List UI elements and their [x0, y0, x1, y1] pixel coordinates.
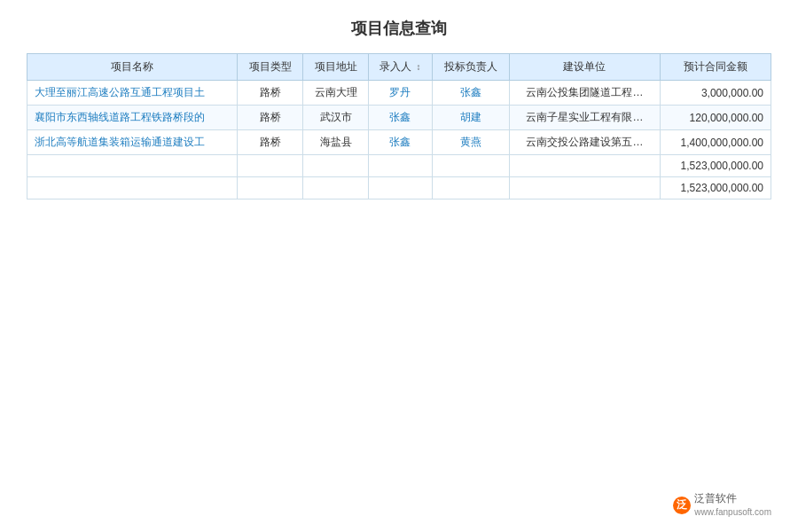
cell-bidder[interactable]: 胡建: [432, 106, 509, 130]
sort-icon: ↕: [417, 62, 421, 72]
cell-project-address: 海盐县: [303, 130, 369, 155]
table-row: 浙北高等航道集装箱运输通道建设工路桥海盐县张鑫黄燕云南交投公路建设第五…1,40…: [27, 130, 771, 155]
col-header-address: 项目地址: [303, 54, 369, 81]
brand-name: 泛普软件: [694, 492, 771, 506]
page-container: 项目信息查询 项目名称 项目类型 项目地址 录入人 ↕ 投标负责人: [0, 0, 798, 532]
col-header-type: 项目类型: [238, 54, 303, 81]
brand-url: www.fanpusoft.com: [694, 506, 771, 518]
cell-recorder[interactable]: 罗丹: [368, 81, 432, 106]
cell-bidder[interactable]: 张鑫: [432, 81, 509, 106]
col-header-name: 项目名称: [27, 54, 238, 81]
subtotal-row: 1,523,000,000.00: [27, 155, 771, 177]
brand-logo-icon: 泛: [673, 497, 691, 514]
cell-unit: 云南交投公路建设第五…: [510, 130, 660, 155]
cell-project-name[interactable]: 大理至丽江高速公路互通工程项目土: [27, 81, 238, 106]
subtotal-empty-cell: [432, 155, 509, 177]
cell-project-type: 路桥: [238, 81, 303, 106]
total-empty-cell: [510, 177, 660, 200]
table-body: 大理至丽江高速公路互通工程项目土路桥云南大理罗丹张鑫云南公投集团隧道工程…3,0…: [27, 81, 771, 200]
cell-project-name[interactable]: 襄阳市东西轴线道路工程铁路桥段的: [27, 106, 238, 130]
page-title: 项目信息查询: [27, 18, 771, 39]
total-empty-cell: [368, 177, 432, 200]
cell-amount: 120,000,000.00: [660, 106, 771, 130]
table-row: 大理至丽江高速公路互通工程项目土路桥云南大理罗丹张鑫云南公投集团隧道工程…3,0…: [27, 81, 771, 106]
subtotal-empty-cell: [27, 155, 238, 177]
col-header-recorder[interactable]: 录入人 ↕: [368, 54, 432, 81]
subtotal-empty-cell: [238, 155, 303, 177]
brand-text: 泛普软件 www.fanpusoft.com: [694, 492, 771, 518]
data-table: 项目名称 项目类型 项目地址 录入人 ↕ 投标负责人 建设单位: [27, 53, 771, 200]
total-empty-cell: [27, 177, 238, 200]
subtotal-empty-cell: [368, 155, 432, 177]
total-empty-cell: [303, 177, 369, 200]
cell-project-address: 云南大理: [303, 81, 369, 106]
cell-unit: 云南子星实业工程有限…: [510, 106, 660, 130]
total-empty-cell: [238, 177, 303, 200]
cell-recorder[interactable]: 张鑫: [368, 106, 432, 130]
cell-project-address: 武汉市: [303, 106, 369, 130]
cell-project-name[interactable]: 浙北高等航道集装箱运输通道建设工: [27, 130, 238, 155]
subtotal-amount: 1,523,000,000.00: [660, 155, 771, 177]
subtotal-empty-cell: [510, 155, 660, 177]
table-header-row: 项目名称 项目类型 项目地址 录入人 ↕ 投标负责人 建设单位: [27, 54, 771, 81]
cell-bidder[interactable]: 黄燕: [432, 130, 509, 155]
col-header-amount: 预计合同金额: [660, 54, 771, 81]
col-header-bidder: 投标负责人: [432, 54, 509, 81]
footer-brand: 泛 泛普软件 www.fanpusoft.com: [673, 492, 771, 518]
subtotal-empty-cell: [303, 155, 369, 177]
total-empty-cell: [432, 177, 509, 200]
cell-amount: 1,400,000,000.00: [660, 130, 771, 155]
total-row: 1,523,000,000.00: [27, 177, 771, 200]
table-row: 襄阳市东西轴线道路工程铁路桥段的路桥武汉市张鑫胡建云南子星实业工程有限…120,…: [27, 106, 771, 130]
col-header-unit: 建设单位: [510, 54, 660, 81]
cell-project-type: 路桥: [238, 130, 303, 155]
cell-unit: 云南公投集团隧道工程…: [510, 81, 660, 106]
cell-amount: 3,000,000.00: [660, 81, 771, 106]
total-amount: 1,523,000,000.00: [660, 177, 771, 200]
cell-project-type: 路桥: [238, 106, 303, 130]
cell-recorder[interactable]: 张鑫: [368, 130, 432, 155]
